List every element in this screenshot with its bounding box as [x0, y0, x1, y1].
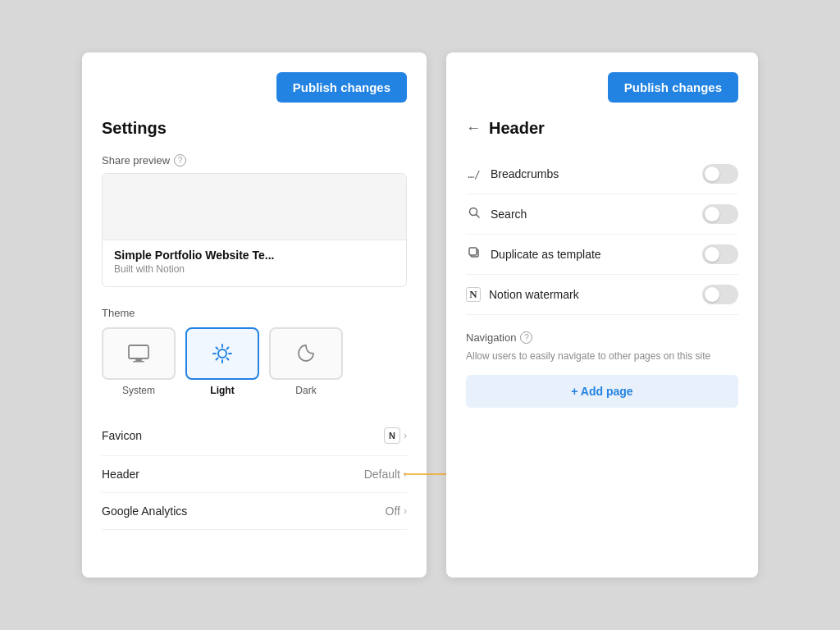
settings-title: Settings: [102, 119, 407, 138]
theme-option-system[interactable]: System: [102, 327, 176, 396]
publish-changes-button-left[interactable]: Publish changes: [276, 72, 407, 103]
search-toggle[interactable]: [702, 204, 738, 224]
duplicate-template-icon: [466, 246, 482, 262]
theme-name-light: Light: [210, 385, 234, 396]
theme-options: System Light: [102, 327, 407, 396]
header-nav: ← Header: [466, 119, 738, 138]
preview-sub-text: Built with Notion: [114, 263, 395, 275]
duplicate-template-label: Duplicate as template: [491, 248, 601, 261]
header-chevron: ›: [404, 468, 407, 480]
favicon-chevron: ›: [404, 430, 407, 441]
header-value-text: Default: [364, 468, 400, 481]
svg-rect-16: [469, 248, 477, 255]
breadcrumbs-icon: …/: [466, 168, 482, 180]
search-icon: [466, 206, 482, 222]
svg-line-8: [217, 348, 218, 349]
svg-rect-1: [135, 359, 142, 361]
notion-watermark-icon: N: [466, 287, 481, 302]
search-label: Search: [491, 208, 527, 221]
navigation-label-text: Navigation: [466, 331, 516, 344]
preview-site-name: Simple Portfolio Website Te...: [114, 249, 395, 262]
header-row[interactable]: Header Default ›: [102, 456, 407, 493]
svg-line-14: [477, 215, 480, 218]
google-analytics-chevron: ›: [404, 505, 407, 517]
navigation-description: Allow users to easily navigate to other …: [466, 349, 738, 363]
search-left: Search: [466, 206, 527, 222]
breadcrumbs-left: …/ Breadcrumbs: [466, 167, 559, 180]
svg-line-11: [217, 358, 218, 360]
preview-info: Simple Portfolio Website Te... Built wit…: [103, 240, 406, 286]
notion-watermark-label: Notion watermark: [489, 288, 579, 301]
duplicate-template-row: Duplicate as template: [466, 235, 738, 275]
theme-option-light[interactable]: Light: [185, 327, 259, 396]
settings-panel: Publish changes Settings Share preview ?…: [82, 52, 427, 578]
theme-card-dark: [269, 327, 343, 380]
theme-option-dark[interactable]: Dark: [269, 327, 343, 396]
navigation-label: Navigation ?: [466, 331, 738, 344]
header-label: Header: [102, 468, 139, 481]
share-preview-help-icon[interactable]: ?: [174, 154, 186, 167]
duplicate-template-left: Duplicate as template: [466, 246, 601, 262]
notion-watermark-left: N Notion watermark: [466, 287, 579, 302]
notion-watermark-row: N Notion watermark: [466, 275, 738, 315]
breadcrumbs-label: Breadcrumbs: [491, 167, 559, 180]
theme-name-system: System: [122, 385, 155, 396]
svg-point-3: [218, 349, 226, 358]
google-analytics-row[interactable]: Google Analytics Off ›: [102, 493, 407, 530]
header-panel-title: Header: [489, 119, 545, 138]
toggle-list: …/ Breadcrumbs Search: [466, 154, 738, 315]
duplicate-template-toggle[interactable]: [702, 244, 738, 264]
google-analytics-value-text: Off: [386, 504, 400, 518]
theme-section: Theme System: [102, 307, 407, 396]
add-page-button[interactable]: + Add page: [466, 375, 738, 408]
breadcrumbs-toggle[interactable]: [702, 164, 738, 184]
google-analytics-label: Google Analytics: [102, 504, 187, 518]
theme-card-system: [102, 327, 176, 380]
svg-rect-2: [133, 361, 144, 363]
publish-changes-button-right[interactable]: Publish changes: [608, 72, 738, 103]
header-settings-panel: Publish changes ← Header …/ Breadcrumbs: [446, 52, 758, 578]
breadcrumbs-row: …/ Breadcrumbs: [466, 154, 738, 194]
favicon-label: Favicon: [102, 429, 142, 442]
theme-name-dark: Dark: [295, 385, 316, 396]
preview-image: [103, 174, 406, 240]
share-preview-box: Simple Portfolio Website Te... Built wit…: [102, 173, 407, 287]
navigation-section: Navigation ? Allow users to easily navig…: [466, 331, 738, 408]
header-value: Default ›: [364, 468, 407, 481]
google-analytics-value: Off ›: [386, 504, 407, 518]
search-row: Search: [466, 194, 738, 235]
favicon-value: N ›: [384, 427, 407, 444]
theme-label: Theme: [102, 307, 407, 319]
share-preview-label: Share preview ?: [102, 154, 407, 167]
share-preview-text: Share preview: [102, 154, 170, 167]
theme-card-light: [185, 327, 259, 380]
favicon-row[interactable]: Favicon N ›: [102, 416, 407, 456]
favicon-notion-icon: N: [384, 427, 400, 444]
svg-rect-0: [129, 345, 148, 358]
svg-line-9: [227, 358, 229, 360]
notion-watermark-toggle[interactable]: [702, 285, 738, 304]
navigation-help-icon[interactable]: ?: [520, 331, 532, 344]
back-button[interactable]: ←: [466, 120, 481, 137]
svg-line-10: [227, 348, 229, 349]
